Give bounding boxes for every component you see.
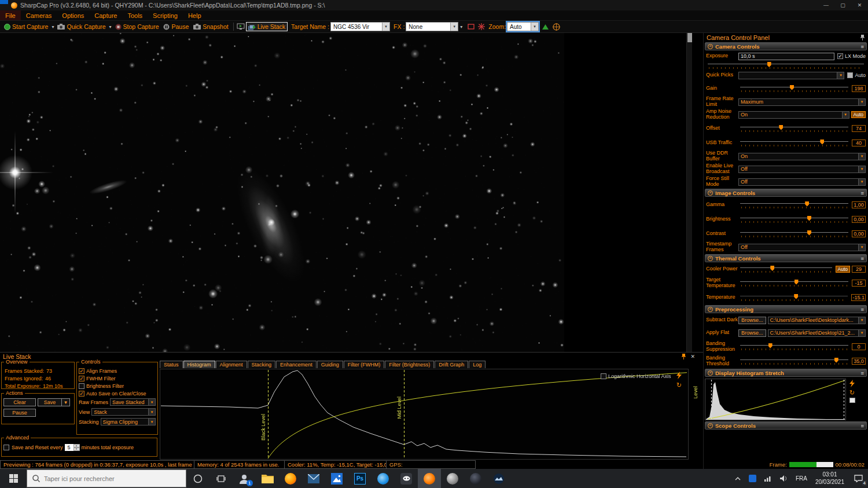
minutes-spinner[interactable]: 5 ▲▼ bbox=[65, 444, 80, 451]
banding-threshold-value[interactable]: 35,0 bbox=[852, 358, 866, 365]
quick-capture-dropdown-icon[interactable]: ▾ bbox=[109, 24, 112, 30]
live-broadcast-dropdown[interactable]: Off▾ bbox=[738, 166, 866, 173]
banding-threshold-slider[interactable] bbox=[740, 358, 848, 365]
task-view-button[interactable] bbox=[209, 469, 233, 488]
reset-levels-icon[interactable]: ↻ bbox=[676, 382, 682, 388]
brightness-value[interactable]: 0,00 bbox=[852, 216, 866, 223]
target-temperature-value[interactable]: -15 bbox=[852, 280, 866, 287]
gamma-value[interactable]: 1,00 bbox=[852, 201, 866, 208]
taskbar-app-discord[interactable] bbox=[395, 469, 418, 488]
fx-combobox[interactable]: None ▾ bbox=[406, 22, 458, 31]
pause-stack-button[interactable]: Pause bbox=[3, 409, 36, 417]
cooler-auto-button[interactable]: Auto bbox=[836, 266, 851, 273]
section-image-controls[interactable]: ^ Image Controls ≡ bbox=[705, 189, 867, 197]
menu-cameras[interactable]: Cameras bbox=[21, 10, 57, 20]
tray-volume-icon[interactable] bbox=[776, 469, 792, 488]
live-stack-pin-icon[interactable] bbox=[681, 353, 686, 359]
amp-noise-dropdown[interactable]: On▾ bbox=[738, 111, 849, 119]
tray-network-icon[interactable] bbox=[760, 469, 776, 488]
close-icon[interactable]: ✕ bbox=[851, 0, 868, 10]
gain-slider-handle[interactable] bbox=[790, 85, 794, 90]
section-menu-icon[interactable]: ≡ bbox=[860, 370, 864, 376]
tray-teamviewer-icon[interactable] bbox=[745, 469, 760, 488]
usb-traffic-slider-handle[interactable] bbox=[820, 140, 824, 145]
cooler-power-slider-handle[interactable] bbox=[770, 266, 774, 271]
raw-frames-dropdown[interactable]: Save Stacked▾ bbox=[110, 398, 156, 406]
view-dropdown[interactable]: Stack▾ bbox=[91, 408, 156, 416]
cooler-power-slider[interactable] bbox=[740, 266, 832, 273]
exposure-slider-handle[interactable] bbox=[767, 62, 771, 67]
offset-slider-handle[interactable] bbox=[779, 125, 783, 130]
taskbar-app-photoshop[interactable]: Ps bbox=[348, 469, 372, 488]
taskbar-app-planet[interactable] bbox=[464, 469, 487, 488]
banding-suppression-slider-handle[interactable] bbox=[768, 343, 773, 348]
offset-value[interactable]: 74 bbox=[852, 125, 866, 132]
zoom-combobox[interactable]: Auto ▾ bbox=[507, 22, 539, 31]
fwhm-filter-checkbox[interactable]: ✓ bbox=[79, 376, 84, 381]
tab-status[interactable]: Status bbox=[160, 361, 183, 368]
section-preprocessing[interactable]: ^ Preprocessing ≡ bbox=[705, 305, 867, 313]
fx-extra-dropdown-icon[interactable]: ▾ bbox=[459, 24, 463, 30]
pause-button[interactable]: Pause bbox=[161, 23, 190, 31]
usb-traffic-slider[interactable] bbox=[740, 140, 848, 146]
stacking-dropdown[interactable]: Sigma Clipping▾ bbox=[101, 418, 156, 425]
clear-button[interactable]: Clear bbox=[3, 398, 36, 406]
taskbar-app-photos[interactable] bbox=[325, 469, 348, 488]
gain-value[interactable]: 198 bbox=[852, 85, 866, 92]
frame-rate-limit-dropdown[interactable]: Maximum▾ bbox=[738, 98, 866, 106]
section-camera-controls[interactable]: ^ Camera Controls ≡ bbox=[705, 42, 867, 50]
tab-filter-fwhm[interactable]: Filter (FWHM) bbox=[344, 361, 384, 368]
section-thermal-controls[interactable]: ^ Thermal Controls ≡ bbox=[705, 254, 867, 262]
tab-alignment[interactable]: Alignment bbox=[216, 361, 247, 368]
taskbar-app-firefox[interactable] bbox=[279, 469, 302, 488]
taskbar-app-astronomy[interactable] bbox=[487, 469, 510, 488]
cortana-button[interactable] bbox=[186, 469, 209, 488]
section-scope-controls[interactable]: ^ Scope Controls ≡ bbox=[705, 421, 867, 430]
start-capture-dropdown-icon[interactable]: ▾ bbox=[51, 24, 54, 30]
section-menu-icon[interactable]: ≡ bbox=[860, 190, 864, 196]
menu-tools[interactable]: Tools bbox=[122, 10, 148, 20]
start-button[interactable] bbox=[0, 469, 27, 488]
zoom-dropdown-icon[interactable]: ▾ bbox=[531, 23, 538, 31]
taskbar-app-people[interactable]: 1 bbox=[233, 469, 256, 488]
align-frames-row[interactable]: ✓ Align Frames bbox=[79, 367, 156, 375]
contrast-slider[interactable] bbox=[740, 230, 848, 237]
target-temperature-slider-handle[interactable] bbox=[795, 280, 799, 285]
stop-capture-button[interactable]: Stop Capture bbox=[113, 23, 161, 31]
force-still-dropdown[interactable]: Off▾ bbox=[738, 178, 866, 186]
target-temperature-slider[interactable] bbox=[740, 280, 848, 287]
gamma-slider-handle[interactable] bbox=[805, 201, 809, 207]
cooler-power-value[interactable]: 29 bbox=[852, 266, 866, 273]
taskbar-app-explorer[interactable] bbox=[256, 469, 279, 488]
brightness-filter-checkbox[interactable] bbox=[79, 383, 84, 389]
subtract-dark-browse-button[interactable]: Browse... bbox=[738, 317, 766, 324]
tab-drift-graph[interactable]: Drift Graph bbox=[435, 361, 468, 368]
target-name-combobox[interactable]: NGC 4536 Vir ▾ bbox=[330, 22, 390, 31]
tray-chevron-button[interactable] bbox=[731, 469, 745, 488]
notification-center-button[interactable]: 4 bbox=[848, 469, 868, 488]
live-stack-close-icon[interactable]: ✕ bbox=[690, 354, 695, 359]
auto-save-row[interactable]: ✓ Auto Save on Clear/Close bbox=[79, 390, 156, 397]
tray-clock[interactable]: 03:01 20/03/2021 bbox=[811, 469, 848, 488]
usb-traffic-value[interactable]: 40 bbox=[852, 140, 866, 146]
save-button[interactable]: Save bbox=[38, 398, 62, 406]
live-view-icon[interactable] bbox=[237, 23, 245, 30]
align-frames-checkbox[interactable]: ✓ bbox=[79, 368, 84, 374]
quick-picks-dropdown[interactable]: ▾ bbox=[738, 72, 844, 79]
reticle-toggle-icon[interactable] bbox=[553, 23, 560, 31]
auto-stretch-icon[interactable] bbox=[849, 380, 855, 387]
save-reset-checkbox[interactable] bbox=[3, 445, 9, 450]
scrollbar-thumb[interactable] bbox=[687, 33, 692, 42]
reset-stretch-icon[interactable]: ↻ bbox=[849, 390, 855, 395]
section-menu-icon[interactable]: ≡ bbox=[860, 255, 864, 262]
offset-slider[interactable] bbox=[740, 125, 848, 132]
exposure-input[interactable]: 10,0 s bbox=[738, 53, 834, 60]
banding-suppression-slider[interactable] bbox=[740, 343, 848, 350]
reticle-red-icon[interactable] bbox=[478, 23, 485, 30]
live-stack-histogram-canvas[interactable] bbox=[160, 369, 689, 460]
menu-options[interactable]: Options bbox=[57, 10, 89, 20]
amp-noise-auto-button[interactable]: Auto bbox=[851, 111, 866, 118]
taskbar-app-sharpcap[interactable] bbox=[418, 469, 441, 488]
search-input[interactable] bbox=[44, 475, 165, 482]
tab-stacking[interactable]: Stacking bbox=[248, 361, 276, 368]
